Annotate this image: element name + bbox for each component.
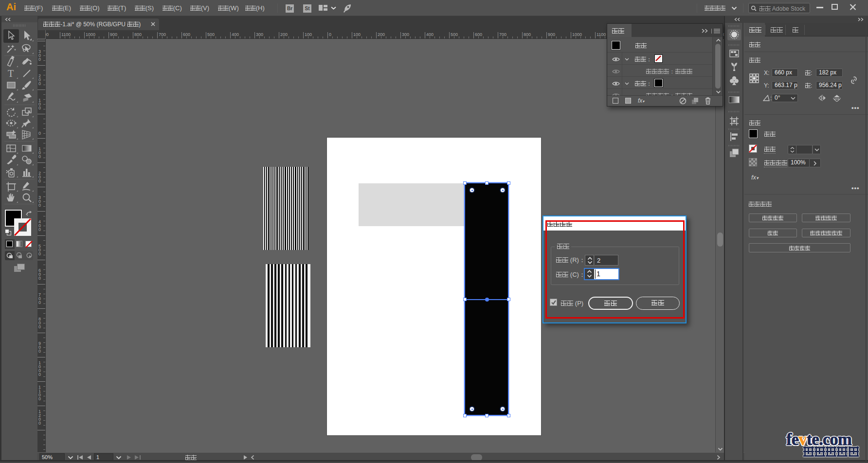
svg-text:T: T <box>8 68 14 79</box>
